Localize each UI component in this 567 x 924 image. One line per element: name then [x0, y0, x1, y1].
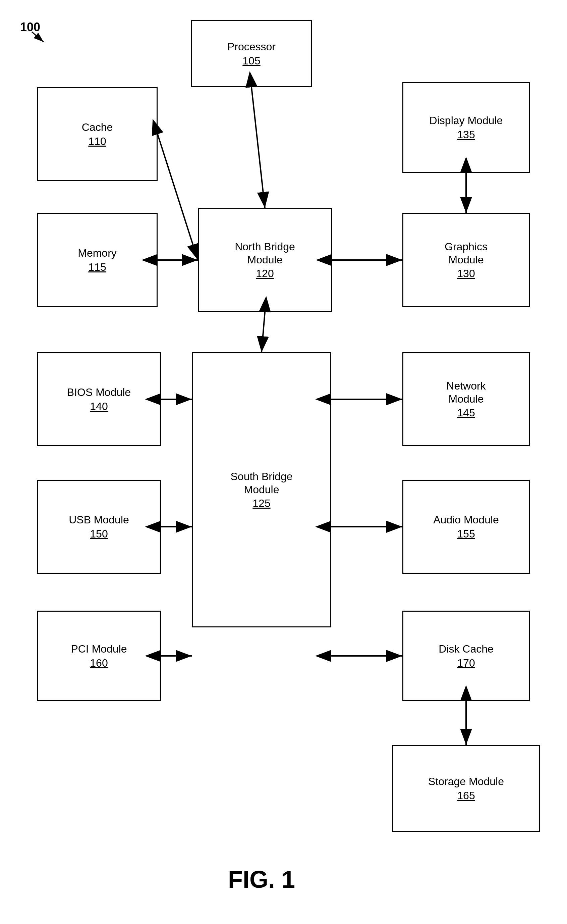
usb-module-number: 150: [90, 528, 108, 540]
cache-block: Cache 110: [37, 87, 158, 181]
south-bridge-number: 125: [252, 497, 270, 509]
fig-label: FIG. 1: [195, 865, 328, 893]
processor-title: Processor: [227, 40, 276, 53]
audio-module-title: Audio Module: [433, 513, 499, 526]
memory-title: Memory: [78, 246, 117, 259]
cache-number: 110: [88, 135, 106, 148]
display-module-title: Display Module: [429, 114, 503, 127]
graphics-module-title: GraphicsModule: [445, 240, 488, 266]
display-module-block: Display Module 135: [402, 82, 530, 173]
cache-title: Cache: [82, 121, 113, 134]
south-bridge-block: South BridgeModule 125: [192, 352, 331, 627]
disk-cache-block: Disk Cache 170: [402, 611, 530, 701]
disk-cache-title: Disk Cache: [439, 643, 494, 655]
memory-block: Memory 115: [37, 213, 158, 307]
processor-number: 105: [242, 55, 260, 67]
bios-module-block: BIOS Module 140: [37, 352, 161, 446]
pci-module-title: PCI Module: [71, 643, 127, 655]
diagram: 100 Processor 105 Cache 110 Display Modu…: [0, 0, 567, 924]
graphics-module-block: GraphicsModule 130: [402, 213, 530, 307]
north-bridge-title: North BridgeModule: [235, 240, 295, 266]
network-module-block: NetworkModule 145: [402, 352, 530, 446]
storage-module-number: 165: [457, 789, 475, 802]
network-module-number: 145: [457, 407, 475, 419]
network-module-title: NetworkModule: [446, 379, 486, 405]
processor-block: Processor 105: [191, 20, 312, 87]
svg-line-5: [252, 87, 265, 208]
pci-module-block: PCI Module 160: [37, 611, 161, 701]
bios-module-number: 140: [90, 400, 108, 413]
disk-cache-number: 170: [457, 657, 475, 669]
diagram-ref: 100: [20, 20, 40, 34]
audio-module-number: 155: [457, 528, 475, 540]
storage-module-block: Storage Module 165: [392, 745, 540, 832]
usb-module-block: USB Module 150: [37, 480, 161, 574]
memory-number: 115: [88, 261, 106, 273]
north-bridge-number: 120: [256, 267, 274, 280]
audio-module-block: Audio Module 155: [402, 480, 530, 574]
display-module-number: 135: [457, 129, 475, 141]
storage-module-title: Storage Module: [428, 775, 504, 788]
graphics-module-number: 130: [457, 267, 475, 280]
bios-module-title: BIOS Module: [67, 386, 131, 398]
south-bridge-title: South BridgeModule: [230, 470, 292, 496]
north-bridge-block: North BridgeModule 120: [198, 208, 332, 312]
pci-module-number: 160: [90, 657, 108, 669]
svg-line-10: [261, 312, 265, 352]
svg-line-6: [158, 134, 198, 260]
usb-module-title: USB Module: [69, 513, 129, 526]
